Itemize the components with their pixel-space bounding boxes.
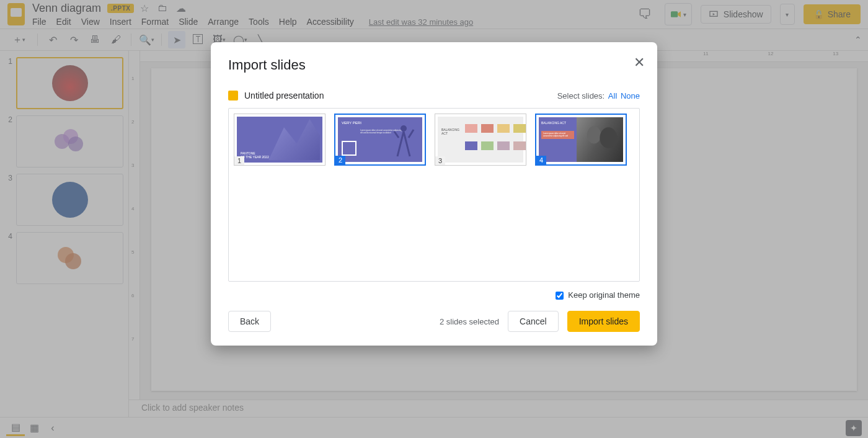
- import-thumb-3[interactable]: BALANCINGACT 3: [435, 114, 526, 166]
- import-slides-button[interactable]: Import slides: [567, 311, 640, 332]
- modal-overlay: Import slides ✕ Untitled presentation Se…: [0, 0, 868, 438]
- thumb-number: 4: [536, 156, 546, 164]
- selection-status: 2 slides selected: [440, 317, 499, 326]
- thumb-number: 2: [335, 156, 345, 164]
- svg-point-5: [587, 126, 601, 143]
- select-all-link[interactable]: All: [608, 91, 617, 101]
- slides-file-icon: [228, 91, 238, 101]
- dialog-title: Import slides: [228, 57, 640, 73]
- svg-point-4: [401, 125, 407, 132]
- source-presentation-name: Untitled presentation: [244, 91, 324, 101]
- import-slides-dialog: Import slides ✕ Untitled presentation Se…: [211, 42, 657, 346]
- back-button[interactable]: Back: [228, 311, 271, 332]
- slide-picker: PANTONEOF THE YEAR 2022 1 VERY PERI Lore…: [228, 108, 640, 282]
- svg-point-6: [600, 127, 618, 148]
- select-slides-label: Select slides:: [557, 91, 605, 101]
- close-icon[interactable]: ✕: [634, 55, 645, 71]
- cancel-button[interactable]: Cancel: [508, 311, 559, 332]
- keep-theme-checkbox-label[interactable]: Keep original theme: [556, 290, 640, 300]
- select-none-link[interactable]: None: [621, 91, 640, 101]
- thumb-number: 1: [234, 156, 244, 165]
- keep-theme-checkbox[interactable]: [556, 292, 564, 300]
- import-thumb-4[interactable]: BALANCING ACT Lorem ipsum dolor sit amet…: [535, 114, 627, 166]
- thumb-number: 3: [435, 156, 445, 165]
- import-thumb-1[interactable]: PANTONEOF THE YEAR 2022 1: [234, 114, 326, 166]
- import-thumb-2[interactable]: VERY PERI Lorem ipsum dolor sit amet con…: [334, 114, 426, 166]
